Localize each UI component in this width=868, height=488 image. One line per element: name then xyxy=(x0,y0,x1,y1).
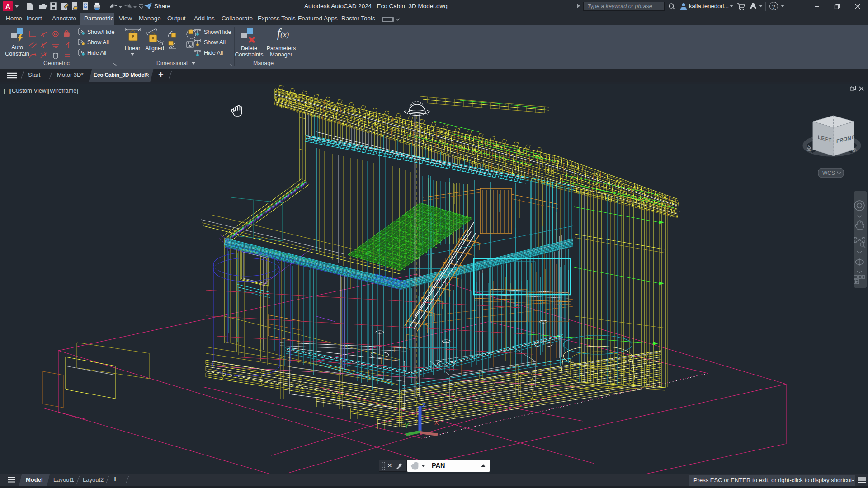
svg-text:WCS: WCS xyxy=(822,170,835,176)
